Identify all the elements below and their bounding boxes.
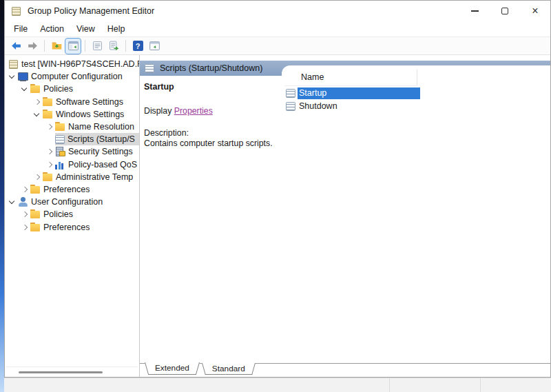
window-title: Group Policy Management Editor	[28, 6, 459, 16]
folder-icon	[43, 172, 53, 182]
forward-arrow-icon	[27, 40, 39, 52]
tree-item-user-policies[interactable]: Policies	[5, 208, 139, 220]
back-arrow-icon	[10, 40, 22, 52]
back-button[interactable]	[8, 39, 23, 54]
view-tab-strip: Extended Standard	[140, 363, 550, 377]
toolbar: ?	[5, 37, 550, 55]
tree-item-security-settings[interactable]: Security Settings	[5, 145, 139, 158]
script-icon	[286, 89, 295, 98]
tree-item-gpo-root[interactable]: test [WIN-H96P7S4SCEH.AD.RN	[5, 58, 139, 70]
screen: Group Policy Management Editor × File Ac…	[0, 0, 551, 392]
toolbar-separator	[125, 40, 126, 52]
horizontal-scrollbar[interactable]	[6, 367, 138, 377]
chevron-right-icon[interactable]	[19, 222, 30, 233]
tree-item-windows-settings[interactable]: Windows Settings	[5, 108, 139, 121]
minimize-button[interactable]	[459, 1, 490, 21]
folder-icon	[55, 122, 65, 132]
folder-icon	[30, 223, 41, 232]
toolbar-separator	[85, 40, 85, 52]
user-icon	[18, 197, 28, 207]
export-list-icon	[108, 40, 120, 52]
tree-item-software-settings[interactable]: Software Settings	[5, 96, 139, 108]
column-header-name[interactable]: Name	[284, 70, 417, 86]
bar-chart-icon	[55, 160, 65, 169]
chevron-right-icon[interactable]	[32, 96, 43, 107]
tree-item-name-resolution[interactable]: Name Resolution	[5, 121, 139, 133]
script-icon	[55, 135, 65, 144]
export-list-button[interactable]	[106, 39, 121, 54]
chevron-down-icon[interactable]	[7, 71, 18, 82]
extended-info-pane: Startup Display Properties Description: …	[140, 76, 282, 363]
chevron-down-icon[interactable]	[7, 196, 18, 207]
properties-link[interactable]: Properties	[174, 106, 213, 116]
show-action-pane-button[interactable]	[147, 39, 162, 54]
chevron-right-icon[interactable]	[44, 146, 55, 157]
folder-icon	[30, 84, 41, 94]
computer-icon	[18, 72, 28, 81]
display-label: Display	[144, 106, 174, 116]
tree-item-administrative-templates[interactable]: Administrative Temp	[5, 171, 139, 183]
menu-bar: File Action View Help	[5, 21, 550, 37]
menu-help[interactable]: Help	[101, 23, 132, 35]
up-one-level-button[interactable]	[49, 39, 64, 54]
gpo-scroll-icon	[9, 60, 18, 69]
close-button[interactable]: ×	[520, 1, 550, 21]
window-controls: ×	[459, 1, 550, 21]
tree-item-user-configuration[interactable]: User Configuration	[5, 196, 139, 208]
tree-item-policy-based-qos[interactable]: Policy-based QoS	[5, 158, 139, 171]
minimize-icon	[471, 10, 479, 11]
folder-up-icon	[51, 40, 63, 52]
tree-item-user-preferences[interactable]: Preferences	[5, 220, 139, 233]
console-tree: test [WIN-H96P7S4SCEH.AD.RN Computer Con…	[5, 55, 140, 377]
menu-action[interactable]: Action	[34, 23, 70, 35]
maximize-icon	[501, 8, 508, 14]
tree-item-computer-configuration[interactable]: Computer Configuration	[5, 70, 139, 83]
console-tree-icon	[67, 40, 79, 52]
main-area: test [WIN-H96P7S4SCEH.AD.RN Computer Con…	[5, 55, 550, 377]
description-label: Description:	[144, 128, 276, 138]
list-item-shutdown[interactable]: Shutdown	[284, 100, 420, 112]
forward-button[interactable]	[25, 39, 40, 54]
tab-standard[interactable]: Standard	[202, 363, 256, 375]
folder-icon	[30, 209, 41, 219]
action-pane-icon	[149, 40, 160, 52]
chevron-right-icon[interactable]	[32, 172, 43, 183]
item-list-panel: Name Startup Shutdown	[282, 65, 550, 363]
maximize-button[interactable]	[490, 1, 520, 21]
folder-icon	[43, 97, 53, 107]
description-text: Contains computer startup scripts.	[144, 138, 276, 148]
title-bar[interactable]: Group Policy Management Editor ×	[5, 1, 550, 21]
list-item-startup[interactable]: Startup	[284, 87, 420, 99]
script-icon	[145, 64, 154, 73]
menu-file[interactable]: File	[8, 23, 34, 35]
chevron-down-icon[interactable]	[19, 83, 30, 94]
tab-extended[interactable]: Extended	[145, 362, 200, 375]
chevron-spacer	[44, 134, 55, 145]
selected-item-heading: Startup	[144, 82, 276, 92]
help-button[interactable]: ?	[130, 39, 145, 54]
chevron-right-icon[interactable]	[44, 159, 55, 170]
security-lock-icon	[55, 147, 65, 156]
scrollbar-thumb[interactable]	[19, 371, 103, 373]
app-icon	[12, 7, 21, 16]
taskbar-divider	[389, 378, 390, 392]
tree-item-computer-preferences[interactable]: Preferences	[5, 183, 139, 196]
gpme-window: Group Policy Management Editor × File Ac…	[4, 0, 551, 378]
folder-icon	[30, 185, 41, 194]
snapin-title: Scripts (Startup/Shutdown)	[160, 63, 262, 73]
toolbar-separator	[44, 40, 45, 52]
tree-item-scripts[interactable]: Scripts (Startup/S	[5, 133, 139, 145]
chevron-right-icon[interactable]	[19, 184, 30, 195]
taskbar-strip[interactable]	[4, 378, 551, 392]
help-icon: ?	[133, 41, 143, 51]
chevron-right-icon[interactable]	[44, 121, 55, 132]
chevron-right-icon[interactable]	[19, 209, 30, 220]
folder-icon	[43, 110, 53, 119]
script-icon	[286, 102, 295, 111]
taskbar-divider	[480, 378, 481, 392]
tree-item-policies[interactable]: Policies	[5, 83, 139, 95]
chevron-down-icon[interactable]	[32, 109, 43, 120]
show-console-tree-button[interactable]	[65, 39, 81, 54]
menu-view[interactable]: View	[70, 23, 101, 35]
properties-button[interactable]	[90, 39, 105, 54]
